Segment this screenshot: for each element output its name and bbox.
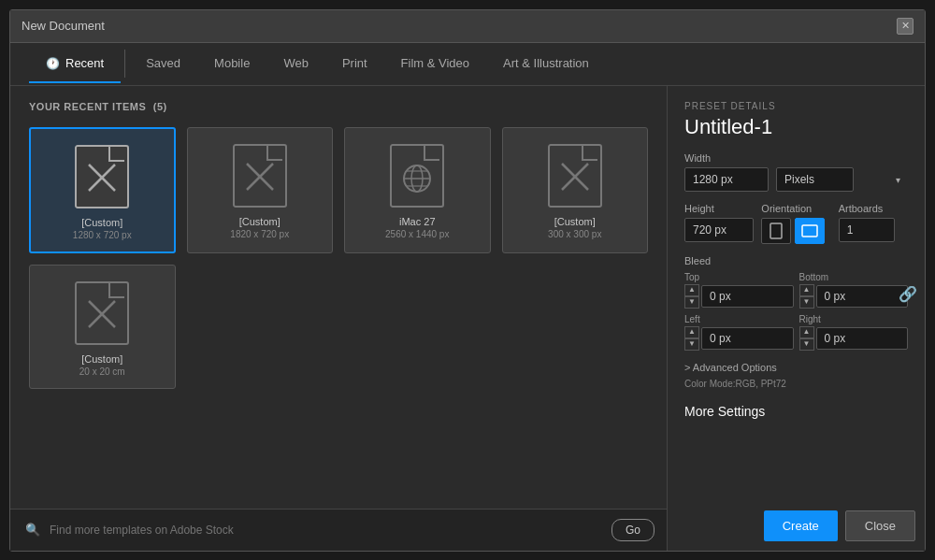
landscape-button[interactable] bbox=[795, 218, 825, 244]
bleed-bottom-down[interactable]: ▼ bbox=[799, 296, 814, 309]
tab-art-illustration[interactable]: Art & Illustration bbox=[486, 45, 606, 83]
tab-film-video[interactable]: Film & Video bbox=[384, 45, 486, 83]
artboards-label: Artboards bbox=[839, 203, 908, 214]
height-orientation-artboards-row: Height Orientation bbox=[684, 203, 908, 244]
height-label: Height bbox=[684, 203, 754, 214]
preset-title: Untitled-1 bbox=[684, 115, 908, 139]
artboards-group: Artboards bbox=[839, 203, 908, 244]
bleed-right-up[interactable]: ▲ bbox=[799, 326, 814, 338]
doc-icon-3 bbox=[389, 143, 445, 208]
width-row: Pixels Inches Centimeters Millimeters Po… bbox=[684, 167, 908, 192]
width-input[interactable] bbox=[684, 167, 769, 192]
bleed-left-down[interactable]: ▼ bbox=[684, 338, 699, 351]
bleed-right-group: Right ▲ ▼ bbox=[799, 314, 909, 351]
bleed-top-up[interactable]: ▲ bbox=[684, 284, 699, 296]
item-card-1[interactable]: [Custom] 1280 x 720 px bbox=[29, 127, 176, 253]
bleed-bottom-up[interactable]: ▲ bbox=[799, 284, 814, 296]
orientation-label: Orientation bbox=[761, 203, 830, 214]
more-settings-link[interactable]: More Settings bbox=[684, 404, 908, 419]
svg-rect-18 bbox=[770, 223, 782, 238]
advanced-options-toggle[interactable]: > Advanced Options bbox=[684, 362, 908, 373]
item-name-1: [Custom] bbox=[81, 217, 122, 228]
unit-select[interactable]: Pixels Inches Centimeters Millimeters Po… bbox=[776, 167, 854, 192]
item-card-3[interactable]: iMac 27 2560 x 1440 px bbox=[344, 127, 491, 253]
title-close-button[interactable]: ✕ bbox=[897, 18, 913, 35]
tab-recent[interactable]: 🕐 Recent bbox=[29, 45, 121, 83]
bleed-bottom-wrap: ▲ ▼ bbox=[799, 284, 909, 309]
recent-items-label: YOUR RECENT ITEMS (5) bbox=[29, 101, 648, 112]
item-card-2[interactable]: [Custom] 1820 x 720 px bbox=[187, 127, 334, 253]
tab-print[interactable]: Print bbox=[325, 45, 384, 83]
tab-divider bbox=[124, 50, 125, 78]
bleed-bottom-label: Bottom bbox=[799, 272, 909, 282]
left-panel: YOUR RECENT ITEMS (5) [Custom] bbox=[10, 86, 668, 551]
doc-icon-1 bbox=[74, 144, 130, 209]
tabs-bar: 🕐 Recent Saved Mobile Web Print Film & V… bbox=[10, 43, 925, 86]
artboards-input[interactable] bbox=[839, 218, 895, 242]
right-panel: PRESET DETAILS Untitled-1 Width Pixels I… bbox=[668, 86, 925, 551]
bleed-right-input[interactable] bbox=[816, 327, 909, 350]
bleed-label: Bleed bbox=[684, 255, 908, 266]
item-size-3: 2560 x 1440 px bbox=[385, 229, 449, 239]
bleed-right-wrap: ▲ ▼ bbox=[799, 326, 909, 351]
item-name-5: [Custom] bbox=[81, 353, 122, 365]
bleed-top-group: Top ▲ ▼ bbox=[684, 272, 794, 309]
items-grid-row1: [Custom] 1280 x 720 px [Custom] 18 bbox=[29, 127, 648, 253]
bleed-left-label: Left bbox=[684, 314, 794, 324]
bleed-bottom-input[interactable] bbox=[816, 285, 909, 308]
bleed-top-input[interactable] bbox=[701, 285, 794, 308]
bleed-bottom-spinner: ▲ ▼ bbox=[799, 284, 814, 309]
doc-icon-4 bbox=[547, 143, 603, 208]
doc-icon-5 bbox=[74, 280, 130, 346]
bleed-left-up[interactable]: ▲ bbox=[684, 326, 699, 338]
unit-select-wrap: Pixels Inches Centimeters Millimeters Po… bbox=[776, 167, 908, 192]
search-bar: 🔍 Go bbox=[10, 509, 668, 551]
item-name-3: iMac 27 bbox=[399, 216, 436, 227]
content-area: YOUR RECENT ITEMS (5) [Custom] bbox=[10, 86, 925, 551]
bleed-right-spinner: ▲ ▼ bbox=[799, 326, 814, 351]
item-name-4: [Custom] bbox=[554, 216, 596, 227]
bleed-left-group: Left ▲ ▼ bbox=[684, 314, 794, 351]
svg-rect-19 bbox=[802, 225, 817, 237]
bleed-top-down[interactable]: ▼ bbox=[684, 296, 699, 309]
width-label: Width bbox=[684, 152, 908, 164]
orientation-buttons bbox=[761, 218, 830, 244]
link-chain-icon: 🔗 bbox=[899, 285, 917, 303]
close-button[interactable]: Close bbox=[845, 510, 915, 541]
search-icon: 🔍 bbox=[25, 523, 40, 537]
bleed-left-spinner: ▲ ▼ bbox=[684, 326, 699, 351]
new-document-dialog: New Document ✕ 🕐 Recent Saved Mobile Web… bbox=[9, 9, 926, 552]
title-bar: New Document ✕ bbox=[10, 10, 925, 43]
go-button[interactable]: Go bbox=[611, 519, 654, 541]
clock-icon: 🕐 bbox=[46, 57, 60, 70]
item-name-2: [Custom] bbox=[239, 216, 280, 227]
bleed-top-spinner: ▲ ▼ bbox=[684, 284, 699, 309]
color-mode-text: Color Mode:RGB, PPt72 bbox=[684, 379, 908, 389]
height-group: Height bbox=[684, 203, 754, 244]
bleed-bottom-group: Bottom ▲ ▼ 🔗 bbox=[799, 272, 909, 309]
bleed-top-wrap: ▲ ▼ bbox=[684, 284, 794, 309]
bleed-left-input[interactable] bbox=[701, 327, 794, 350]
bleed-right-down[interactable]: ▼ bbox=[799, 338, 814, 351]
bleed-grid: Top ▲ ▼ Bottom ▲ bbox=[684, 272, 908, 351]
tab-mobile[interactable]: Mobile bbox=[197, 45, 266, 83]
height-input[interactable] bbox=[684, 218, 754, 242]
bleed-right-label: Right bbox=[799, 314, 909, 324]
item-size-4: 300 x 300 px bbox=[548, 229, 601, 239]
dialog-title: New Document bbox=[22, 19, 105, 33]
portrait-button[interactable] bbox=[761, 218, 791, 244]
bleed-left-wrap: ▲ ▼ bbox=[684, 326, 794, 351]
item-card-5[interactable]: [Custom] 20 x 20 cm bbox=[29, 265, 176, 389]
tab-web[interactable]: Web bbox=[266, 45, 325, 83]
item-size-5: 20 x 20 cm bbox=[79, 366, 125, 377]
preset-details-label: PRESET DETAILS bbox=[684, 101, 908, 111]
tab-saved[interactable]: Saved bbox=[129, 45, 197, 83]
search-input[interactable] bbox=[50, 524, 602, 537]
svg-rect-6 bbox=[391, 145, 443, 207]
orientation-group: Orientation bbox=[761, 203, 830, 244]
item-card-4[interactable]: [Custom] 300 x 300 px bbox=[502, 127, 649, 253]
bottom-buttons: Create Close bbox=[764, 510, 915, 541]
bleed-top-label: Top bbox=[684, 272, 794, 282]
create-button[interactable]: Create bbox=[764, 510, 838, 541]
item-size-1: 1280 x 720 px bbox=[73, 230, 132, 240]
